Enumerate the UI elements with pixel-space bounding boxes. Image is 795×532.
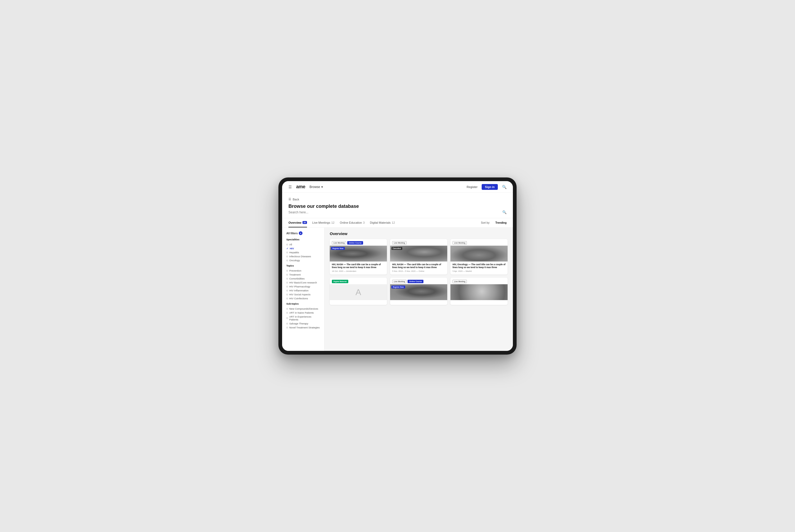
card-2-status-badge: Cancelled	[392, 247, 402, 250]
tab-live-meetings-count: 12	[331, 221, 335, 224]
topics-title: Topics	[286, 264, 320, 267]
all-filters-label: All filters	[286, 232, 298, 235]
sidebar-item-all[interactable]: All	[286, 243, 320, 246]
tag-live-meeting-2: Live Meeting	[392, 241, 406, 245]
card-2[interactable]: Live Meeting Cancelled HIV, NASH — The c…	[390, 239, 447, 274]
tab-overview-badge: 20	[303, 221, 307, 224]
all-label: All	[289, 243, 292, 246]
card-1-body: HIV, NASH — The card title can be a coup…	[330, 262, 387, 274]
cards-grid: Live Meeting Online Course Register Now …	[330, 239, 508, 305]
card-4-image: A	[330, 284, 387, 300]
card-4-body	[330, 300, 387, 305]
hiv-inflam-dot-icon	[286, 290, 288, 291]
sidebar-item-hiv-pharmacology[interactable]: HIV Pharmacology	[286, 285, 320, 288]
sidebar-item-novel[interactable]: Novel Treatment Strategies	[286, 325, 320, 329]
tablet-device: ☰ ame Browse ▾ Register Sign in 🔍 ☰ Back…	[278, 177, 517, 355]
sidebar-item-hiv-social[interactable]: HIV Social Aspects	[286, 292, 320, 297]
card-2-tags: Live Meeting	[390, 239, 447, 246]
sidebar-item-hiv-inflammation[interactable]: HIV Inflammation	[286, 288, 320, 292]
card-6-tags: Live Meeting	[450, 278, 508, 284]
card-1[interactable]: Live Meeting Online Course Register Now …	[330, 239, 387, 274]
tab-online-education-label: Online Education	[340, 221, 362, 224]
sort-value[interactable]: Trending	[495, 221, 507, 224]
hepatitis-label: Hepatitis	[289, 251, 299, 254]
tag-live-meeting-6: Live Meeting	[453, 280, 467, 283]
hiv-coinf-dot-icon	[286, 298, 288, 299]
signin-button[interactable]: Sign in	[482, 184, 498, 190]
card-4[interactable]: Digital Material A	[330, 278, 387, 305]
hiv-label: HIV	[290, 247, 294, 250]
search-icon[interactable]: 🔍	[502, 185, 507, 189]
oncology-dot-icon	[286, 260, 288, 261]
sidebar-item-hiv[interactable]: ✓ HIV	[286, 246, 320, 250]
sidebar: All filters 4 Specialities All ✓ HIV Hep…	[282, 228, 324, 351]
hiv-inflam-label: HIV Inflammation	[289, 289, 309, 292]
card-6[interactable]: Live Meeting	[450, 278, 508, 305]
browse-menu[interactable]: Browse ▾	[310, 185, 323, 189]
sidebar-item-hepatitis[interactable]: Hepatitis	[286, 250, 320, 254]
hiv-social-label: HIV Social Aspects	[289, 293, 310, 296]
content-area: Overview Live Meeting Online Course Regi…	[324, 228, 513, 351]
hiv-basic-dot-icon	[286, 282, 288, 283]
tab-online-education[interactable]: Online Education 3	[340, 218, 365, 227]
sidebar-item-prevention[interactable]: Prevention	[286, 269, 320, 272]
card-5-body	[390, 300, 447, 305]
tablet-screen: ☰ ame Browse ▾ Register Sign in 🔍 ☰ Back…	[282, 181, 513, 351]
card-3-body: HIV, Oncology — The card title can be a …	[450, 262, 508, 274]
card-1-meta: 18 Oct. 2020 — Amsterdam	[332, 270, 385, 272]
main-content: All filters 4 Specialities All ✓ HIV Hep…	[282, 228, 513, 351]
comorbidities-label: Comorbidities	[289, 277, 305, 280]
art-exp-dot-icon	[286, 317, 288, 319]
card-1-image: Register Now	[330, 246, 387, 262]
tab-digital-materials-count: 12	[392, 221, 395, 224]
search-mag-icon[interactable]: 🔍	[502, 210, 507, 214]
art-exp-label: ART in Experiences Patients	[289, 315, 320, 321]
novel-label: Novel Treatment Strategies	[289, 326, 320, 329]
tag-online-course: Online Course	[347, 241, 363, 245]
specialities-title: Specialities	[286, 238, 320, 241]
hiv-pharm-label: HIV Pharmacology	[289, 285, 310, 288]
novel-dot-icon	[286, 327, 288, 328]
salvage-dot-icon	[286, 323, 288, 324]
salvage-label: Salvage Therapy	[289, 322, 308, 325]
sidebar-item-hiv-coinfections[interactable]: HIV Coinfections	[286, 297, 320, 300]
sidebar-item-salvage[interactable]: Salvage Therapy	[286, 322, 320, 325]
sidebar-item-infectious-diseases[interactable]: Infectious Diseases	[286, 254, 320, 258]
all-dot-icon	[286, 244, 288, 245]
tab-live-meetings[interactable]: Live Meetings 12	[312, 218, 335, 227]
card-1-title: HIV, NASH — The card title can be a coup…	[332, 263, 385, 269]
tab-overview[interactable]: Overview 20	[288, 218, 307, 227]
sidebar-item-hiv-basic[interactable]: HIV Basic/Core research	[286, 281, 320, 285]
search-row: 🔍	[288, 210, 507, 214]
register-button[interactable]: Register	[467, 185, 477, 189]
comorbidities-dot-icon	[286, 278, 288, 280]
back-button[interactable]: ☰ Back	[288, 197, 507, 201]
card-2-title: HIV, NASH — The card title can be a coup…	[392, 263, 445, 269]
all-filters-button[interactable]: All filters 4	[286, 231, 320, 235]
tab-live-meetings-label: Live Meetings	[312, 221, 330, 224]
search-input[interactable]	[288, 210, 500, 214]
sidebar-item-new-compounds[interactable]: New Compounds/Devices	[286, 307, 320, 311]
new-comp-dot-icon	[286, 308, 288, 310]
new-comp-label: New Compounds/Devices	[289, 307, 318, 310]
card-2-meta: 5 Nov. 2019 – 5 Nov. 2020 — Online	[392, 270, 445, 272]
card-3-tags: Live Meeting	[450, 239, 508, 246]
art-naive-dot-icon	[286, 312, 288, 314]
navbar: ☰ ame Browse ▾ Register Sign in 🔍	[282, 181, 513, 193]
sort-label: Sort by:	[481, 221, 490, 224]
sidebar-item-treatment[interactable]: Treatment	[286, 272, 320, 277]
sidebar-item-art-experienced[interactable]: ART in Experiences Patients	[286, 315, 320, 322]
tag-online-course-5: Online Course	[408, 280, 423, 283]
card-3-title: HIV, Oncology — The card title can be a …	[453, 263, 505, 269]
tag-digital-material: Digital Material	[332, 280, 348, 283]
sidebar-item-oncology[interactable]: Oncology	[286, 258, 320, 262]
hiv-coinf-label: HIV Coinfections	[289, 297, 308, 300]
menu-icon[interactable]: ☰	[288, 185, 292, 189]
sidebar-item-art-naive[interactable]: ART in Naive Patients	[286, 311, 320, 315]
card-3[interactable]: Live Meeting HIV, Oncology — The card ti…	[450, 239, 508, 274]
sidebar-item-comorbidities[interactable]: Comorbidities	[286, 277, 320, 281]
hepatitis-dot-icon	[286, 252, 288, 253]
tab-digital-materials[interactable]: Digital Materials 12	[370, 218, 395, 227]
card-5[interactable]: Live Meeting Online Course Register Now	[390, 278, 447, 305]
back-label: Back	[293, 198, 299, 201]
